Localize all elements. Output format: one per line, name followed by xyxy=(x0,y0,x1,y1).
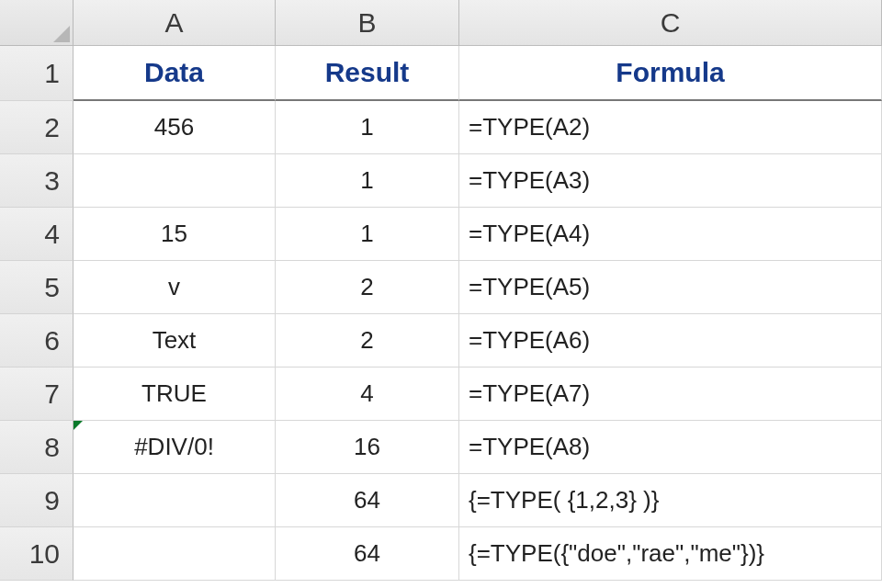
cell-c3[interactable]: =TYPE(A3) xyxy=(459,154,882,208)
cell-grid: Data Result Formula 456 1 =TYPE(A2) 1 =T… xyxy=(74,46,882,581)
select-all-corner[interactable] xyxy=(0,0,74,46)
cell-a6[interactable]: Text xyxy=(74,314,276,368)
cell-b5[interactable]: 2 xyxy=(276,261,459,314)
cell-a1[interactable]: Data xyxy=(74,46,276,101)
cell-c6[interactable]: =TYPE(A6) xyxy=(459,314,882,368)
table-row: Data Result Formula xyxy=(74,46,882,101)
cell-a8[interactable]: #DIV/0! xyxy=(74,421,276,474)
cell-c4[interactable]: =TYPE(A4) xyxy=(459,208,882,261)
cell-b10[interactable]: 64 xyxy=(276,527,459,581)
column-headers: A B C xyxy=(74,0,882,46)
svg-marker-0 xyxy=(53,26,70,42)
cell-c9[interactable]: {=TYPE( {1,2,3} )} xyxy=(459,474,882,527)
table-row: 15 1 =TYPE(A4) xyxy=(74,208,882,261)
cell-a3[interactable] xyxy=(74,154,276,208)
cell-b9[interactable]: 64 xyxy=(276,474,459,527)
cell-c8[interactable]: =TYPE(A8) xyxy=(459,421,882,474)
error-indicator-icon xyxy=(74,421,83,430)
table-row: 456 1 =TYPE(A2) xyxy=(74,101,882,154)
spreadsheet: A B C 1 2 3 4 5 6 7 8 9 10 Data Result F… xyxy=(0,0,882,588)
cell-a10[interactable] xyxy=(74,527,276,581)
row-header-7[interactable]: 7 xyxy=(0,368,74,421)
cell-a2[interactable]: 456 xyxy=(74,101,276,154)
cell-c1[interactable]: Formula xyxy=(459,46,882,101)
cell-c5[interactable]: =TYPE(A5) xyxy=(459,261,882,314)
cell-b3[interactable]: 1 xyxy=(276,154,459,208)
table-row: v 2 =TYPE(A5) xyxy=(74,261,882,314)
table-row: Text 2 =TYPE(A6) xyxy=(74,314,882,368)
cell-a9[interactable] xyxy=(74,474,276,527)
cell-a5[interactable]: v xyxy=(74,261,276,314)
cell-c2[interactable]: =TYPE(A2) xyxy=(459,101,882,154)
row-header-5[interactable]: 5 xyxy=(0,261,74,314)
cell-c10[interactable]: {=TYPE({"doe","rae","me"})} xyxy=(459,527,882,581)
cell-a8-value: #DIV/0! xyxy=(134,433,214,461)
column-header-a[interactable]: A xyxy=(74,0,276,46)
cell-b7[interactable]: 4 xyxy=(276,368,459,421)
cell-b6[interactable]: 2 xyxy=(276,314,459,368)
select-all-triangle-icon xyxy=(53,26,70,42)
cell-a4[interactable]: 15 xyxy=(74,208,276,261)
row-header-9[interactable]: 9 xyxy=(0,474,74,527)
table-row: 1 =TYPE(A3) xyxy=(74,154,882,208)
cell-c7[interactable]: =TYPE(A7) xyxy=(459,368,882,421)
row-header-2[interactable]: 2 xyxy=(0,101,74,154)
table-row: #DIV/0! 16 =TYPE(A8) xyxy=(74,421,882,474)
table-row: 64 {=TYPE( {1,2,3} )} xyxy=(74,474,882,527)
table-row: 64 {=TYPE({"doe","rae","me"})} xyxy=(74,527,882,581)
cell-b8[interactable]: 16 xyxy=(276,421,459,474)
row-header-6[interactable]: 6 xyxy=(0,314,74,368)
row-header-8[interactable]: 8 xyxy=(0,421,74,474)
row-headers: 1 2 3 4 5 6 7 8 9 10 xyxy=(0,46,74,581)
cell-a7[interactable]: TRUE xyxy=(74,368,276,421)
table-row: TRUE 4 =TYPE(A7) xyxy=(74,368,882,421)
cell-b2[interactable]: 1 xyxy=(276,101,459,154)
row-header-10[interactable]: 10 xyxy=(0,527,74,581)
cell-b4[interactable]: 1 xyxy=(276,208,459,261)
column-header-b[interactable]: B xyxy=(276,0,459,46)
row-header-4[interactable]: 4 xyxy=(0,208,74,261)
row-header-3[interactable]: 3 xyxy=(0,154,74,208)
cell-b1[interactable]: Result xyxy=(276,46,459,101)
row-header-1[interactable]: 1 xyxy=(0,46,74,101)
column-header-c[interactable]: C xyxy=(459,0,882,46)
